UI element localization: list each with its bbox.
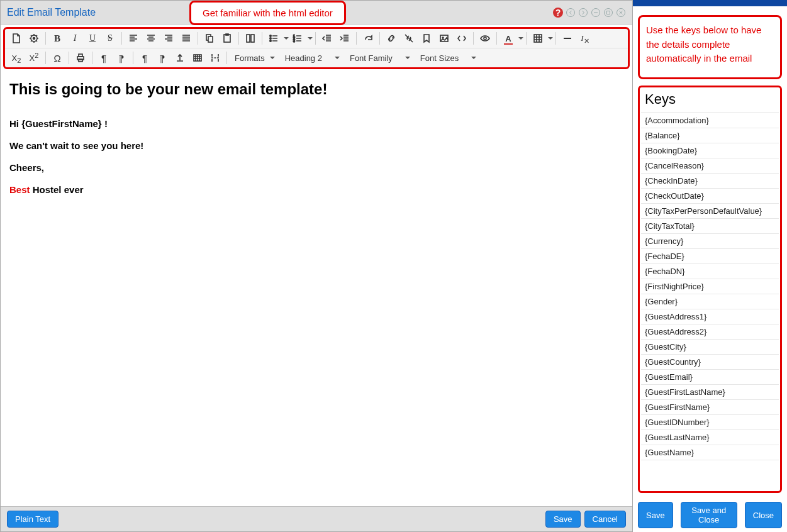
heading-dropdown[interactable]: Heading 2	[280, 50, 345, 66]
subscript-icon[interactable]: X2	[8, 50, 25, 66]
text-color-icon[interactable]: A	[500, 30, 517, 47]
unlink-icon[interactable]	[400, 30, 418, 47]
key-item[interactable]: {GuestName}	[641, 445, 779, 460]
formats-dropdown[interactable]: Formats	[230, 50, 280, 66]
key-item[interactable]: {GuestCountry}	[641, 355, 779, 370]
key-item[interactable]: {GuestAddress2}	[641, 324, 779, 340]
key-item[interactable]: {CityTaxTotal}	[641, 219, 779, 234]
close-icon[interactable]	[616, 8, 626, 18]
key-item[interactable]: {GuestFirstName}	[641, 400, 779, 415]
minimize-icon[interactable]	[591, 8, 601, 18]
preview-icon[interactable]	[476, 30, 494, 47]
key-item[interactable]: {CancelReason}	[641, 158, 779, 174]
bookmark-icon[interactable]	[418, 30, 435, 47]
text-color-dropdown-icon[interactable]	[518, 37, 523, 40]
plain-text-button[interactable]: Plain Text	[7, 511, 59, 528]
keys-list[interactable]: {Accommodation}{Balance}{BookingDate}{Ca…	[641, 113, 779, 475]
key-item[interactable]: {FirstNightPrice}	[641, 279, 779, 294]
ltr-dir-icon[interactable]: ¶	[136, 50, 153, 66]
svg-rect-12	[226, 34, 228, 35]
svg-rect-10	[208, 36, 213, 42]
bullet-list-icon[interactable]	[265, 30, 282, 47]
key-item[interactable]: {GuestFirstLastName}	[641, 385, 779, 400]
svg-rect-28	[79, 59, 82, 62]
key-item[interactable]: {Currency}	[641, 234, 779, 249]
key-item[interactable]: {CheckInDate}	[641, 174, 779, 189]
increase-indent-icon[interactable]	[336, 30, 354, 47]
key-item[interactable]: {GuestLastName}	[641, 430, 779, 445]
keys-title: Keys	[641, 89, 779, 113]
key-item[interactable]: {GuestAddress1}	[641, 309, 779, 324]
right-save-close-button[interactable]: Save and Close	[681, 502, 737, 528]
align-left-icon[interactable]	[125, 30, 142, 47]
italic-icon[interactable]: I	[66, 30, 84, 47]
svg-rect-5	[607, 11, 610, 14]
key-item[interactable]: {CityTaxPerPersonDefaultValue}	[641, 204, 779, 219]
key-item[interactable]: {Balance}	[641, 128, 779, 143]
superscript-icon[interactable]: X2	[25, 50, 43, 66]
font-family-dropdown[interactable]: Font Family	[345, 50, 415, 66]
key-item[interactable]: {FechaDN}	[641, 264, 779, 279]
key-item[interactable]: {GuestIDNumber}	[641, 415, 779, 430]
svg-rect-13	[247, 35, 250, 42]
tools-icon[interactable]	[25, 30, 43, 47]
decrease-indent-icon[interactable]	[318, 30, 336, 47]
save-button[interactable]: Save	[545, 511, 581, 528]
grid-icon[interactable]	[189, 50, 206, 66]
maximize-icon[interactable]	[603, 8, 613, 18]
print-icon[interactable]	[72, 50, 89, 66]
key-item[interactable]: {BookingDate}	[641, 143, 779, 158]
paste-icon[interactable]	[218, 30, 236, 47]
key-item[interactable]: {Gender}	[641, 294, 779, 309]
align-center-icon[interactable]	[142, 30, 160, 47]
right-close-button[interactable]: Close	[745, 502, 782, 528]
rtl-dir-icon[interactable]: ¶	[153, 50, 171, 66]
outdent-group-icon[interactable]	[242, 30, 259, 47]
number-list-dropdown-icon[interactable]	[308, 37, 313, 40]
help-icon[interactable]: ?	[553, 8, 563, 18]
panel-header: Edit Email Template Get familiar with th…	[1, 1, 632, 25]
ltr-paragraph-icon[interactable]: ¶	[95, 50, 113, 66]
toolbar: B I U S 123	[3, 27, 630, 69]
font-sizes-dropdown[interactable]: Font Sizes	[415, 50, 481, 66]
font-sizes-label: Font Sizes	[420, 53, 459, 63]
special-char-icon[interactable]: Ω	[48, 50, 66, 66]
page-break-icon[interactable]	[206, 50, 224, 66]
key-item[interactable]: {Accommodation}	[641, 113, 779, 128]
image-icon[interactable]	[435, 30, 453, 47]
link-icon[interactable]	[382, 30, 400, 47]
cancel-button[interactable]: Cancel	[584, 511, 626, 528]
key-item[interactable]: {FechaDE}	[641, 249, 779, 264]
upload-icon[interactable]	[171, 50, 189, 66]
bold-icon[interactable]: B	[48, 30, 66, 47]
strikethrough-icon[interactable]: S	[101, 30, 119, 47]
key-item[interactable]: {GuestEmail}	[641, 370, 779, 385]
toolbar-row-2: X2 X2 Ω ¶ ¶ ¶ ¶ Formats Heading 2 Font F…	[5, 48, 628, 67]
new-document-icon[interactable]	[8, 30, 25, 47]
table-dropdown-icon[interactable]	[548, 37, 553, 40]
number-list-icon[interactable]: 123	[289, 30, 306, 47]
prev-icon[interactable]	[566, 8, 576, 18]
right-save-button[interactable]: Save	[638, 502, 673, 528]
key-item[interactable]: {GuestCity}	[641, 340, 779, 355]
svg-point-23	[484, 37, 486, 40]
svg-point-15	[270, 35, 271, 36]
keys-panel: Use the keys below to have the details c…	[633, 0, 787, 532]
svg-rect-27	[79, 54, 82, 57]
code-icon[interactable]	[453, 30, 471, 47]
editor-content[interactable]: This is going to be your new email templ…	[1, 72, 632, 506]
redo-icon[interactable]	[359, 30, 377, 47]
align-justify-icon[interactable]	[177, 30, 195, 47]
align-right-icon[interactable]	[160, 30, 177, 47]
hr-icon[interactable]	[559, 30, 576, 47]
next-icon[interactable]	[578, 8, 588, 18]
bullet-list-dropdown-icon[interactable]	[284, 37, 289, 40]
underline-icon[interactable]: U	[84, 30, 101, 47]
clear-formatting-icon[interactable]: I✕	[576, 30, 594, 47]
heading-label: Heading 2	[285, 53, 322, 63]
copy-icon[interactable]	[201, 30, 218, 47]
content-signature: Best Hostel ever	[9, 183, 623, 196]
key-item[interactable]: {CheckOutDate}	[641, 189, 779, 204]
rtl-paragraph-icon[interactable]: ¶	[113, 50, 130, 66]
table-icon[interactable]	[529, 30, 547, 47]
